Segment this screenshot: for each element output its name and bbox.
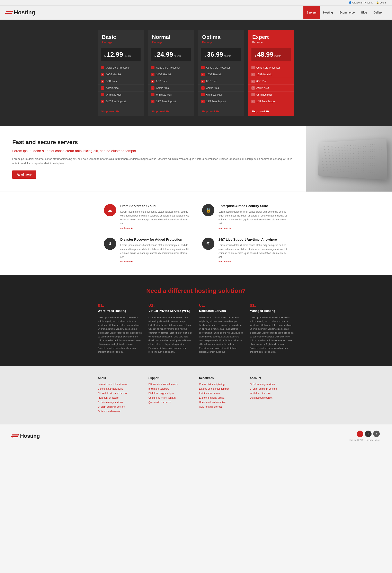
feature-text: Admin Area bbox=[156, 87, 169, 90]
nav-item-gallery[interactable]: Gallery bbox=[370, 6, 386, 19]
feature-check-icon: ✓ bbox=[151, 80, 155, 83]
feature-item: ✓Admin Area bbox=[98, 85, 144, 91]
footer-link[interactable]: Et dolore magna aliqua bbox=[98, 401, 123, 404]
price-dollar: $ bbox=[104, 54, 106, 57]
feature-item: ✓24/7 Free Support bbox=[198, 98, 244, 105]
feature-text-block: Disaster Recovery for Added Protection L… bbox=[120, 238, 190, 263]
feature-item: ✓Quad Core Processor bbox=[198, 64, 244, 71]
shop-now-button[interactable]: Shop now! bbox=[248, 107, 294, 116]
logo: Hosting bbox=[6, 5, 35, 19]
social-facebook-button[interactable]: f bbox=[357, 430, 363, 437]
nav-item-hosting[interactable]: Hosting bbox=[320, 6, 336, 19]
footer-bottom: Hosting f t r Hosting © 2014. Privacy Po… bbox=[0, 424, 392, 447]
footer-link-list: Elit sed do eiusmod temporIncididunt ut … bbox=[148, 382, 193, 404]
feature-item: ✓Unlimited Mail bbox=[98, 91, 144, 98]
footer-link[interactable]: Quis nostrud exercot bbox=[98, 410, 121, 413]
nav-item-ecommerce[interactable]: Ecommerce bbox=[336, 6, 358, 19]
pricing-section: BasicPackage$12.99/month✓Quad Core Proce… bbox=[0, 20, 392, 126]
solution-body: Lorem ipsum dolor sit amet conse ctetur … bbox=[148, 316, 193, 354]
shop-now-label: Shop now! bbox=[201, 110, 215, 113]
feature-check-icon: ✓ bbox=[201, 93, 205, 96]
nav-item-servers[interactable]: Servers bbox=[303, 6, 320, 19]
pricing-card-optima: OptimaPackage$36.99/month✓Quad Core Proc… bbox=[198, 30, 244, 116]
footer-link[interactable]: Et dolore magna aliqua bbox=[250, 383, 275, 386]
footer-link[interactable]: Elit sed do eiusmod tempor bbox=[199, 387, 229, 390]
footer-link[interactable]: Ut enim ad mirim veniam bbox=[199, 401, 226, 404]
servers-subtitle: Lorem ipsum dolor sit amet conse ctetur … bbox=[12, 148, 296, 154]
login-link[interactable]: 🔒 Login bbox=[376, 1, 386, 4]
footer-link[interactable]: Quis nostrud exercot bbox=[148, 401, 171, 404]
shop-now-button[interactable]: Shop now! bbox=[198, 107, 244, 116]
footer-logo-icon bbox=[12, 434, 18, 437]
feature-icon-circle: 🔒 bbox=[202, 204, 214, 216]
footer-link[interactable]: Quis nostrud exercot bbox=[199, 405, 222, 408]
plan-name: Optima bbox=[202, 34, 240, 40]
feature-text: 24/7 Free Support bbox=[156, 100, 176, 103]
feature-text: Unlimited Mail bbox=[106, 93, 121, 96]
solutions-section: Need a different hosting solution? 01. W… bbox=[0, 275, 392, 366]
footer-link[interactable]: Lorem ipsum dolor sit amet bbox=[98, 383, 127, 386]
feature-item: ✓Unlimited Mail bbox=[248, 91, 294, 98]
footer-link-item: Elit sed do eiusmod tempor bbox=[148, 382, 193, 386]
shop-now-button[interactable]: Shop now! bbox=[148, 107, 194, 116]
feature-item: ✓24/7 Free Support bbox=[248, 98, 294, 105]
feature-check-icon: ✓ bbox=[101, 80, 104, 83]
footer-link[interactable]: Quis nostrud exercot bbox=[250, 396, 272, 399]
servers-body: Lorem ipsum dolor sit amet conse ctetur … bbox=[12, 157, 296, 165]
feature-read-link[interactable]: read more bbox=[218, 260, 288, 263]
footer-link[interactable]: Et dolore magna aliqua bbox=[199, 396, 224, 399]
solution-title: 01. Managed Hosting bbox=[250, 303, 294, 313]
solution-body: Lorem ipsum dolor sit amet conse ctetur … bbox=[250, 316, 294, 354]
solution-body: Lorem ipsum dolor sit amet conse ctetur … bbox=[98, 316, 143, 354]
shop-now-button[interactable]: Shop now! bbox=[98, 107, 144, 116]
feature-item: ✓8GB Ram bbox=[98, 78, 144, 85]
footer-right: f t r Hosting © 2014. Privacy Policy bbox=[349, 430, 380, 441]
footer-link-item: Elit sed do eiusmod tempor bbox=[98, 392, 143, 395]
footer-link[interactable]: Conse ctetur adipiscing bbox=[199, 383, 225, 386]
feature-icon-circle: ☂ bbox=[202, 238, 214, 250]
price-per: /month bbox=[174, 55, 181, 57]
feature-read-link[interactable]: read more bbox=[218, 227, 288, 229]
shop-now-label: Shop now! bbox=[151, 110, 165, 113]
footer-link-item: Incididunt ut labore bbox=[199, 392, 244, 395]
feature-item: ✓Unlimited Mail bbox=[198, 91, 244, 98]
price-dollar: $ bbox=[155, 54, 156, 57]
footer-link[interactable]: Et dolore magna aliqua bbox=[148, 392, 174, 395]
feature-text: 10GB Hardisk bbox=[206, 73, 222, 76]
social-twitter-button[interactable]: t bbox=[365, 430, 372, 437]
social-rss-button[interactable]: r bbox=[373, 430, 380, 437]
solution-body: Lorem ipsum dolor sit amet conse ctetur … bbox=[199, 316, 244, 354]
feature-read-link[interactable]: read more bbox=[120, 227, 190, 229]
create-account-link[interactable]: 👤 Create an Account bbox=[349, 1, 373, 4]
feature-item: ✓Admin Area bbox=[148, 85, 194, 91]
footer-col-title: Account bbox=[250, 376, 294, 380]
footer-link[interactable]: Incididunt ut labore bbox=[199, 392, 220, 395]
footer-col-title: Resources bbox=[199, 376, 244, 380]
nav-item-blog[interactable]: Blog bbox=[358, 6, 370, 19]
feature-check-icon: ✓ bbox=[251, 73, 255, 76]
footer-link[interactable]: Ut enim ad mirim veniam bbox=[98, 405, 125, 408]
footer-link[interactable]: Ut enim ad mirim veniam bbox=[148, 396, 176, 399]
pricing-card-expert: ExpertPackage$48.99/month✓Quad Core Proc… bbox=[248, 30, 294, 116]
footer-link[interactable]: Incididunt ut labore bbox=[148, 387, 169, 390]
price-amount: 36.99 bbox=[207, 51, 223, 58]
plan-package-label: Package bbox=[102, 41, 140, 44]
feature-body: Lorem ipsum dolor sit amet conse ctetur … bbox=[218, 243, 288, 259]
footer-link-item: Ut enim ad mirim veniam bbox=[199, 400, 244, 404]
feature-read-link[interactable]: read more bbox=[120, 260, 190, 263]
footer-link[interactable]: Elit sed do eiusmod tempor bbox=[98, 392, 127, 395]
footer-link[interactable]: Incididunt ut labore bbox=[250, 392, 270, 395]
feature-item: ✓8GB Ram bbox=[198, 78, 244, 85]
feature-text: 24/7 Free Support bbox=[206, 100, 226, 103]
pricing-card-basic: BasicPackage$12.99/month✓Quad Core Proce… bbox=[98, 30, 144, 116]
footer-link-item: Elit sed do eiusmod tempor bbox=[199, 387, 244, 390]
footer-link[interactable]: Elit sed do eiusmod tempor bbox=[148, 383, 178, 386]
feature-icon: ☁ bbox=[108, 208, 112, 213]
read-more-button[interactable]: Read more bbox=[12, 170, 36, 179]
servers-content: Fast and secure servers Lorem ipsum dolo… bbox=[0, 129, 306, 189]
main-nav: ServersHostingEcommerceBlogGallery bbox=[303, 6, 386, 19]
footer-link[interactable]: Incididunt ut labore bbox=[98, 396, 118, 399]
feature-check-icon: ✓ bbox=[151, 86, 155, 90]
footer-link[interactable]: Conse ctetur adipiscing bbox=[98, 387, 123, 390]
footer-link[interactable]: Ut enim ad mirim veniam bbox=[250, 387, 277, 390]
